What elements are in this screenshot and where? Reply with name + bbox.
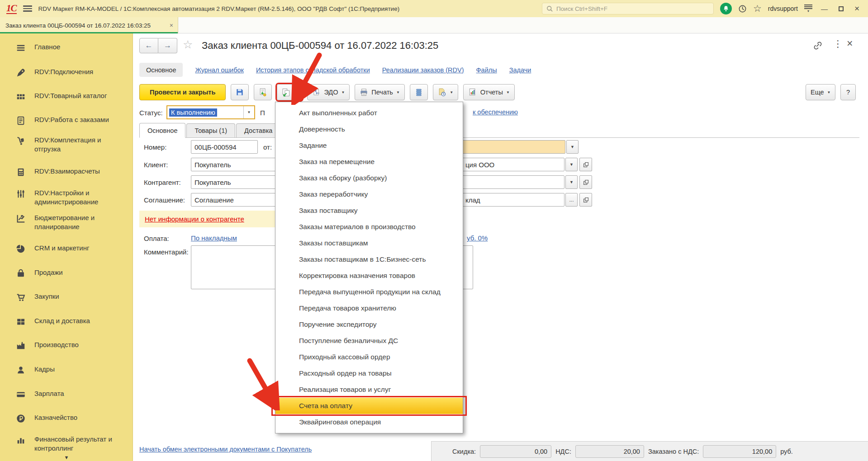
division-open-icon[interactable] [579, 175, 592, 189]
menu-item[interactable]: Передача выпущенной продукции на склад [275, 284, 463, 300]
form-tab-delivery[interactable]: Доставка [236, 123, 280, 137]
menu-item[interactable]: Реализация товаров и услуг [275, 381, 463, 398]
warehouse-open-icon[interactable] [579, 193, 592, 207]
post-document-button[interactable] [254, 84, 272, 100]
menu-item[interactable]: Акт выполненных работ [275, 105, 463, 121]
menu-item-invoice-highlighted[interactable]: Счета на оплату [275, 398, 463, 414]
menu-item[interactable]: Заказы поставщикам в 1С:Бизнес-сеть [275, 251, 463, 268]
sidebar-item-crm[interactable]: CRM и маркетинг [0, 244, 133, 254]
sidebar-item-rdv-catalog[interactable]: RDV:Товарный каталог [0, 91, 133, 102]
navlink-files[interactable]: Файлы [476, 66, 497, 74]
payment-label: Оплата: [144, 235, 169, 242]
status-combobox[interactable]: К выполнению ▼ [166, 105, 255, 119]
sidebar-item-treasury[interactable]: Казначейство [0, 413, 133, 424]
tab-close-icon[interactable]: × [170, 22, 173, 29]
sidebar-item-rdv-settlements[interactable]: RDV:Взаиморасчеты [0, 167, 133, 178]
1c-logo: 1С [6, 3, 17, 14]
contractor-warning-link[interactable]: Нет информации о контрагенте [145, 215, 244, 223]
app-title: RDV Маркет RM-KA-MODEL / 1С:Комплексная … [38, 5, 400, 12]
maximize-button[interactable] [836, 5, 846, 13]
menu-item[interactable]: Заказ поставщику [275, 202, 463, 219]
post-and-close-button[interactable]: Провести и закрыть [139, 84, 226, 100]
tab-label: Заказ клиента 00ЦБ-000594 от 16.07.2022 … [5, 22, 151, 29]
back-button[interactable]: ← [139, 38, 158, 53]
edi-exchange-link[interactable]: Начать обмен электронными документами с … [139, 446, 312, 453]
menu-item[interactable]: Заказы поставщикам [275, 235, 463, 251]
menu-item[interactable]: Поступление безналичных ДС [275, 333, 463, 349]
sidebar-item-sales[interactable]: Продажи [0, 268, 133, 279]
menu-item[interactable]: Заказ на сборку (разборку) [275, 170, 463, 186]
sidebar-item-rdv-settings[interactable]: RDV:Настройки и администрирование [0, 188, 133, 207]
global-search-input[interactable]: Поиск Ctrl+Shift+F [542, 3, 714, 14]
menu-item[interactable]: Эквайринговая операция [275, 414, 463, 430]
form-tab-main[interactable]: Основное [139, 123, 185, 138]
sidebar-item-warehouse[interactable]: Склад и доставка [0, 316, 133, 327]
number-field[interactable]: 00ЦБ-000594 [191, 140, 258, 154]
sidebar-item-production[interactable]: Производство [0, 340, 133, 351]
sidebar-item-finresult[interactable]: Финансовый результат и контроллинг [0, 435, 133, 453]
shopping-bag-icon [15, 268, 26, 279]
favorites-star-icon[interactable]: ☆ [753, 3, 762, 14]
menu-item[interactable]: Заказы материалов в производство [275, 219, 463, 235]
sidebar-item-rdv-orders[interactable]: RDV:Работа с заказами [0, 115, 133, 126]
reports-button[interactable]: Отчеты ▼ [463, 84, 515, 100]
print-button[interactable]: Печать ▼ [355, 84, 404, 100]
payment-link[interactable]: По накладным [191, 234, 237, 242]
notifications-bell-icon[interactable] [720, 3, 732, 14]
rocket-icon [15, 67, 26, 78]
close-window-button[interactable]: × [852, 4, 862, 14]
favorite-star-icon[interactable]: ☆ [183, 38, 193, 51]
current-user[interactable]: rdvsupport [768, 5, 798, 12]
form-tab-goods[interactable]: Товары (1) [186, 123, 235, 137]
menu-item[interactable]: Передача товаров хранителю [275, 300, 463, 316]
warehouse-choose-icon[interactable]: ... [565, 193, 578, 207]
navlink-main[interactable]: Основное [139, 63, 183, 77]
menu-item[interactable]: Заказ на перемещение [275, 154, 463, 170]
edo-button[interactable]: ЭДО ▼ [307, 84, 350, 100]
tasks-reminder-button[interactable]: ▼ [433, 84, 458, 100]
menu-item[interactable]: Доверенность [275, 121, 463, 137]
discount-fragment-link[interactable]: уб. 0% [467, 234, 488, 242]
sidebar-item-rdv-shipping[interactable]: RDV:Комплектация и отгрузка [0, 136, 133, 154]
sidebar-item-purchases[interactable]: Закупки [0, 292, 133, 303]
menu-item[interactable]: Корректировка назначения товаров [275, 268, 463, 284]
navlink-error-log[interactable]: Журнал ошибок [195, 66, 243, 74]
service-menu-icon[interactable]: ▾ [804, 5, 812, 13]
sidebar-item-main[interactable]: Главное [0, 42, 133, 53]
menu-item[interactable]: Задание [275, 137, 463, 154]
save-button[interactable] [231, 84, 249, 100]
navlink-tasks[interactable]: Задачи [509, 66, 531, 74]
close-document-icon[interactable]: × [847, 38, 853, 50]
sidebar-item-budgeting[interactable]: e Бюджетирование и планирование [0, 213, 133, 231]
more-actions-dots-icon[interactable]: ⋮ [833, 38, 843, 49]
sidebar-item-hr[interactable]: Кадры [0, 365, 133, 376]
sidebar-item-rdv-connections[interactable]: RDV:Подключения [0, 67, 133, 78]
organization-open-icon[interactable] [579, 158, 592, 171]
forward-button[interactable]: → [158, 38, 177, 53]
division-dropdown-icon[interactable]: ▼ [565, 175, 578, 189]
navlink-order-sales[interactable]: Реализации заказов (RDV) [382, 66, 464, 74]
sidebar-item-salary[interactable]: Зарплата [0, 389, 133, 400]
navlink-warehouse-history[interactable]: История этапов складской обработки [256, 66, 370, 74]
tab-order-document[interactable]: Заказ клиента 00ЦБ-000594 от 16.07.2022 … [0, 17, 178, 33]
minimize-button[interactable]: — [819, 5, 830, 13]
supply-state-link[interactable]: к обеспечению [473, 108, 518, 116]
total-value: 120,00 [703, 445, 776, 458]
number-label: Номер: [144, 143, 166, 151]
sidebar-scroll-down-icon[interactable]: ▼ [0, 455, 133, 460]
menu-item[interactable]: Поручение экспедитору [275, 316, 463, 333]
create-based-on-button[interactable]: ▼ [277, 84, 302, 100]
menu-item[interactable]: Расходный ордер на товары [275, 365, 463, 381]
menu-item[interactable]: Заказ переработчику [275, 186, 463, 202]
organization-dropdown-icon[interactable]: ▼ [565, 158, 578, 171]
get-link-icon[interactable] [813, 41, 823, 52]
priority-dropdown-icon[interactable]: ▼ [566, 140, 579, 154]
help-button[interactable]: ? [840, 84, 856, 100]
register-records-button[interactable] [410, 84, 428, 100]
list-rows-icon [415, 88, 423, 96]
main-menu-icon[interactable] [23, 5, 32, 12]
status-dropdown-icon[interactable]: ▼ [243, 106, 254, 118]
menu-item[interactable]: Приходный кассовый ордер [275, 349, 463, 365]
history-icon[interactable] [738, 5, 747, 13]
more-button[interactable]: Еще ▼ [806, 84, 835, 100]
